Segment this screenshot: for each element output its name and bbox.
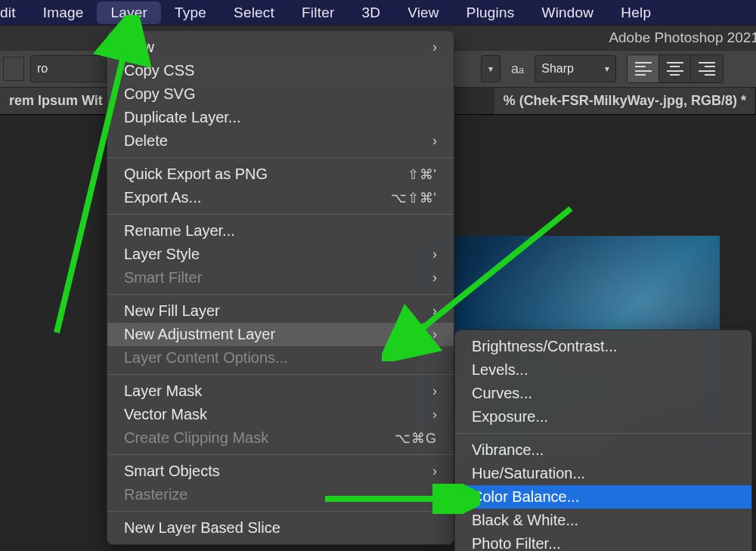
chevron-right-icon: › (419, 487, 437, 503)
font-select[interactable]: ro (30, 55, 113, 82)
menu-item-label: Layer Mask (124, 382, 202, 400)
menu-item-label: Rasterize (124, 486, 187, 503)
menu-shortcut: ⌥⌘G (395, 430, 437, 447)
menu-item[interactable]: Layer Mask› (107, 379, 454, 403)
submenu-item-label: Black & White... (472, 512, 578, 529)
menu-item[interactable]: New Fill Layer› (107, 299, 454, 323)
chevron-right-icon: › (419, 407, 437, 423)
menu-item[interactable]: Export As...⌥⇧⌘' (107, 186, 454, 209)
menu-item-label: Delete (124, 132, 168, 150)
menu-window[interactable]: Window (528, 2, 608, 24)
submenu-item[interactable]: Color Balance... (455, 485, 751, 509)
chevron-right-icon: › (419, 327, 437, 342)
menu-item: Smart Filter› (107, 266, 454, 289)
submenu-item[interactable]: Photo Filter... (455, 532, 751, 551)
chevron-right-icon: › (419, 270, 437, 286)
menubar: dit Image Layer Type Select Filter 3D Vi… (0, 0, 756, 25)
menu-item[interactable]: New› (107, 36, 454, 59)
menu-item-label: New (124, 39, 154, 56)
menu-item[interactable]: Copy CSS (107, 59, 454, 82)
anti-alias-icon: aa (511, 61, 524, 77)
menu-item: Create Clipping Mask⌥⌘G (107, 426, 454, 450)
menu-item[interactable]: Quick Export as PNG⇧⌘' (107, 163, 454, 186)
chevron-down-icon: ▾ (605, 63, 609, 74)
anti-alias-label: Sharp (541, 62, 574, 76)
menu-item-label: Create Clipping Mask (124, 429, 268, 447)
menu-item[interactable]: Layer Style› (107, 243, 454, 266)
menu-item[interactable]: Duplicate Layer... (107, 106, 454, 129)
chevron-right-icon: › (419, 133, 437, 149)
menu-layer[interactable]: Layer (97, 2, 161, 24)
menu-type[interactable]: Type (161, 2, 220, 24)
menu-edit[interactable]: dit (0, 2, 29, 24)
menu-3d[interactable]: 3D (348, 2, 394, 24)
menu-select[interactable]: Select (220, 2, 288, 24)
app-title: Adobe Photoshop 2021 (609, 29, 756, 46)
submenu-item-label: Curves... (472, 385, 532, 402)
chevron-right-icon: › (419, 463, 437, 479)
menu-item[interactable]: Delete› (107, 129, 454, 153)
submenu-item-label: Brightness/Contrast... (472, 338, 617, 355)
menu-item-label: Duplicate Layer... (124, 109, 241, 126)
menu-item-label: New Adjustment Layer (124, 326, 275, 343)
align-center-button[interactable] (659, 55, 691, 82)
menu-item-label: New Layer Based Slice (124, 519, 280, 537)
menu-plugins[interactable]: Plugins (453, 2, 528, 24)
document-tab-right[interactable]: % (Chek-FSR-MilkyWay-.jpg, RGB/8) * (494, 88, 756, 114)
menu-item[interactable]: New Adjustment Layer› (107, 323, 454, 346)
submenu-item-label: Hue/Saturation... (472, 465, 585, 482)
menu-item[interactable]: New Layer Based Slice (107, 516, 454, 540)
submenu-item-label: Color Balance... (472, 488, 579, 506)
menu-item-label: Smart Filter (124, 269, 202, 286)
submenu-item[interactable]: Exposure... (455, 405, 751, 429)
tool-swatch[interactable] (3, 57, 24, 81)
menu-filter[interactable]: Filter (288, 2, 348, 24)
menu-shortcut: ⌥⇧⌘' (391, 190, 437, 206)
submenu-item-label: Photo Filter... (472, 535, 561, 551)
submenu-item[interactable]: Brightness/Contrast... (455, 335, 751, 358)
menu-item-label: New Fill Layer (124, 302, 220, 320)
layer-menu: New›Copy CSSCopy SVGDuplicate Layer...De… (107, 30, 454, 545)
anti-alias-select[interactable]: Sharp ▾ (534, 55, 616, 82)
menu-item[interactable]: Vector Mask› (107, 403, 454, 426)
submenu-item-label: Vibrance... (472, 441, 544, 459)
submenu-item[interactable]: Vibrance... (455, 438, 751, 462)
submenu-item[interactable]: Levels... (455, 358, 751, 382)
menu-shortcut: ⇧⌘' (407, 166, 437, 183)
menu-view[interactable]: View (394, 2, 453, 24)
submenu-item[interactable]: Curves... (455, 382, 751, 405)
chevron-down-icon: ▾ (488, 63, 493, 74)
align-left-button[interactable] (627, 55, 659, 82)
menu-image[interactable]: Image (29, 2, 98, 24)
menu-help[interactable]: Help (607, 2, 665, 24)
menu-item-label: Layer Content Options... (124, 349, 288, 367)
menu-item: Layer Content Options... (107, 346, 454, 370)
menu-item-label: Copy CSS (124, 62, 194, 79)
document-tab-left[interactable]: rem Ipsum Wit (0, 88, 113, 114)
submenu-item-label: Levels... (472, 361, 528, 379)
menu-item-label: Vector Mask (124, 406, 207, 423)
submenu-item[interactable]: Black & White... (455, 509, 751, 532)
menu-item-label: Rename Layer... (124, 222, 235, 240)
chevron-right-icon: › (419, 246, 437, 262)
menu-item[interactable]: Copy SVG (107, 82, 454, 106)
submenu-item[interactable]: Hue/Saturation... (455, 462, 751, 485)
menu-item-label: Copy SVG (124, 85, 195, 103)
submenu-item-label: Exposure... (472, 408, 548, 426)
menu-item: Rasterize› (107, 483, 454, 506)
chevron-right-icon: › (419, 303, 437, 319)
menu-item-label: Layer Style (124, 246, 200, 263)
align-right-button[interactable] (691, 55, 723, 82)
menu-item-label: Export As... (124, 189, 201, 206)
menu-item-label: Smart Objects (124, 463, 220, 480)
align-group (627, 54, 723, 83)
chevron-right-icon: › (419, 383, 437, 399)
adjustment-submenu: Brightness/Contrast...Levels...Curves...… (454, 330, 752, 551)
chevron-right-icon: › (419, 39, 437, 55)
menu-item[interactable]: Smart Objects› (107, 460, 454, 483)
menu-item[interactable]: Rename Layer... (107, 219, 454, 243)
size-dropdown[interactable]: ▾ (481, 55, 500, 82)
menu-item-label: Quick Export as PNG (124, 166, 268, 183)
